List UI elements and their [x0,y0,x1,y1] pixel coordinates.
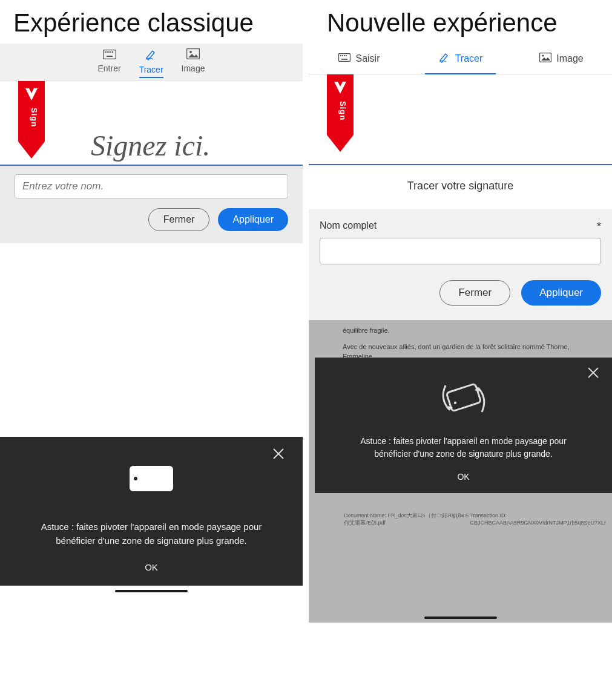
apply-button-new[interactable]: Appliquer [521,280,601,306]
svg-text:Sign: Sign [30,108,39,127]
tab-image-new-label: Image [556,53,583,64]
signature-baseline [0,165,303,166]
tab-saisir-label: Saisir [355,53,380,64]
close-button-new[interactable]: Fermer [439,280,510,306]
draw-icon [145,48,158,64]
document-preview: équilibre fragile. Avec de nouveaux alli… [309,320,612,586]
document-name-label: Document Name: FR_doc大家다ነ（付া好ЯहДอัж６何艾陽慕… [344,512,470,527]
svg-rect-6 [107,56,113,57]
ok-button-new[interactable]: OK [327,471,600,483]
tip-text-new: Astuce : faites pivoter l'appareil en mo… [327,435,600,460]
nav-handle [0,586,303,597]
svg-rect-13 [340,55,341,56]
apply-button[interactable]: Appliquer [218,208,288,231]
svg-point-8 [189,51,192,53]
svg-rect-3 [108,51,110,53]
tab-tracer-label: Tracer [139,65,163,74]
signature-area[interactable]: Sign Signez ici. [0,81,303,166]
tab-image-label: Image [182,64,205,73]
rotate-tip-modal: Astuce : faites pivoter l'appareil en mo… [0,437,303,586]
form-block: Fermer Appliquer [0,166,303,243]
close-icon[interactable] [587,366,600,382]
image-icon [539,53,551,65]
tab-image[interactable]: Image [182,48,205,78]
signature-baseline [309,164,612,165]
tip-text: Astuce : faites pivoter l'appareil en mo… [18,520,285,548]
name-input[interactable] [15,174,288,198]
doc-text-line: équilibre fragile. [343,326,578,335]
svg-rect-18 [540,53,551,62]
svg-point-22 [453,401,457,405]
sign-here-placeholder: Signez ici. [91,129,210,162]
svg-rect-15 [344,55,345,56]
tab-entrer-label: Entrer [98,64,121,73]
instruction-text: Tracer votre signature [309,165,612,209]
svg-rect-5 [112,51,113,53]
sign-badge: Sign [18,81,45,160]
image-icon [186,48,200,62]
close-button[interactable]: Fermer [148,208,210,231]
svg-rect-1 [105,51,106,53]
svg-rect-0 [103,50,116,59]
svg-point-11 [134,477,137,480]
tabbar-new: Saisir Tracer Image [309,44,612,74]
name-input-new[interactable] [320,238,601,264]
signature-area-new[interactable]: Sign [309,74,612,165]
sign-badge: Sign [327,74,354,153]
keyboard-icon [103,48,116,62]
ok-button[interactable]: OK [18,562,285,572]
tab-saisir[interactable]: Saisir [309,44,410,74]
rotate-device-icon [327,375,600,423]
tabbar-classic: Entrer Tracer Image [0,44,303,81]
svg-rect-16 [346,55,347,56]
rotate-tip-modal-new: Astuce : faites pivoter l'appareil en mo… [315,358,612,493]
svg-rect-14 [342,55,343,56]
draw-icon [438,52,450,65]
svg-point-19 [542,54,544,56]
transaction-id-label: Transaction ID: CBJCHBCAABAA5R9GNX0VIdrN… [470,512,606,527]
nav-handle [309,586,612,623]
required-mark: * [597,220,601,233]
tab-tracer[interactable]: Tracer [139,48,163,78]
tab-image-new[interactable]: Image [511,44,612,74]
name-label: Nom complet [320,220,377,233]
heading-classic: Expérience classique [0,0,303,44]
svg-rect-2 [107,51,108,53]
svg-text:Sign: Sign [338,101,347,120]
heading-new: Nouvelle expérience [309,0,612,44]
close-icon[interactable] [271,446,286,463]
tab-tracer-new-label: Tracer [455,53,483,64]
keyboard-icon [338,53,350,64]
svg-rect-12 [339,54,350,62]
form-block-new: Nom complet * Fermer Appliquer [309,209,612,320]
svg-rect-17 [341,59,347,60]
rotate-device-icon [18,461,285,496]
tab-entrer[interactable]: Entrer [98,48,121,78]
tab-tracer-new[interactable]: Tracer [410,44,511,74]
svg-rect-4 [110,51,111,53]
